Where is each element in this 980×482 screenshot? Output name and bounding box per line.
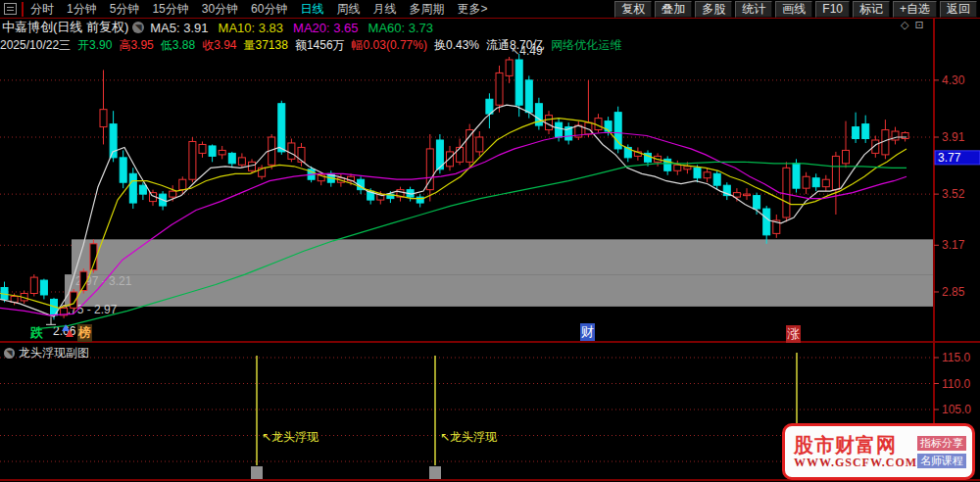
period-tabs: 分时1分钟5分钟15分钟30分钟60分钟日线周线月线多周期更多>: [30, 1, 500, 18]
candle-body: [129, 173, 136, 203]
quote-item: 收3.94: [202, 38, 236, 52]
period-tab-15分钟[interactable]: 15分钟: [152, 2, 188, 16]
toolbar-button-画线[interactable]: 画线: [775, 1, 812, 18]
candle-body: [288, 143, 295, 159]
candle-body: [704, 172, 710, 178]
stock-title: 中嘉博创(日线 前复权): [2, 19, 128, 36]
candle-body: [100, 110, 107, 127]
watermark-title: 股市财富网: [794, 434, 917, 456]
candle-body: [684, 167, 691, 169]
candle-body: [674, 165, 681, 170]
sub-axis-label: 110.0: [942, 377, 970, 391]
candle-body: [238, 158, 245, 165]
candle-body: [744, 194, 751, 195]
ma-label: MA60: 3.73: [368, 21, 434, 35]
candle-body: [199, 144, 206, 153]
period-tab-1分钟[interactable]: 1分钟: [67, 2, 97, 16]
marker-fall[interactable]: 跌: [30, 324, 43, 342]
signal-label: ↖龙头浮现: [262, 429, 318, 446]
toolbar-button-叠加[interactable]: 叠加: [655, 1, 692, 18]
collapse-sub-icon[interactable]: ◥: [4, 348, 15, 359]
candle-body: [278, 104, 285, 152]
candle-body: [853, 127, 859, 139]
collapse-icon[interactable]: ◥: [132, 22, 144, 33]
price-axis-line: [933, 19, 935, 54]
chart-canvas[interactable]: 2.97 - 3.212.75 - 2.972.664.303.913.523.…: [0, 54, 980, 482]
quote-item: 量37138: [244, 38, 288, 52]
quote-item: 高3.95: [119, 38, 153, 52]
current-price-text: 3.77: [938, 151, 961, 165]
quote-item: 网络优化运维: [551, 38, 621, 52]
toolbar-divider: [22, 2, 24, 17]
quote-item: 开3.90: [77, 38, 112, 52]
up-arrow-icon[interactable]: [62, 323, 76, 339]
marker-rank[interactable]: 榜: [77, 324, 92, 342]
ma-label: MA20: 3.65: [293, 21, 359, 35]
watermark-badges: 指标分享 名师课程: [917, 436, 966, 468]
watermark-url: WWW.GSCFW.COM: [794, 456, 917, 470]
candle-body: [713, 173, 720, 185]
chart-mini-icons[interactable]: ◇⊡: [901, 19, 930, 31]
toolbar-button-统计[interactable]: 统计: [735, 1, 772, 18]
toolbar-button-多股[interactable]: 多股: [695, 1, 732, 18]
candle-body: [812, 178, 819, 187]
candle-body: [228, 153, 235, 163]
candle-body: [476, 137, 483, 152]
candle-body: [783, 168, 790, 217]
candle-body: [763, 209, 770, 235]
toolbar-button-复权[interactable]: 复权: [614, 1, 652, 18]
candle-body: [120, 158, 126, 182]
candle-body: [862, 124, 869, 139]
toolbar-button-F10[interactable]: F10: [815, 1, 850, 18]
period-tab-30分钟[interactable]: 30分钟: [202, 2, 238, 16]
period-tab-分时[interactable]: 分时: [30, 2, 54, 16]
candle-body: [803, 176, 809, 188]
badge-indicator-share: 指标分享: [917, 436, 966, 451]
candle-body: [822, 179, 829, 186]
period-tab-日线[interactable]: 日线: [300, 2, 323, 16]
candle-body: [457, 147, 464, 162]
window-icon[interactable]: [4, 3, 17, 15]
period-tab-月线[interactable]: 月线: [372, 2, 396, 16]
candle-body: [110, 124, 117, 158]
badge-teacher-course: 名师课程: [917, 454, 966, 468]
candle-body: [139, 185, 146, 194]
toolbar-button-返回[interactable]: 返回: [940, 1, 977, 18]
candle-body: [40, 280, 47, 295]
price-axis-label: 3.17: [942, 238, 965, 252]
ma-label: MA5: 3.91: [150, 21, 208, 35]
quote-date: 2025/10/22三: [0, 37, 71, 54]
ma-label: MA10: 3.83: [219, 21, 284, 35]
candle-body: [179, 179, 186, 189]
toolbar-button-标记[interactable]: 标记: [853, 1, 890, 18]
chart-separator: [0, 341, 980, 343]
toolbar-buttons: 复权叠加多股统计画线F10标记+自选返回: [614, 1, 980, 18]
price-band: [72, 239, 934, 274]
candle-body: [515, 60, 522, 105]
candle-body: [843, 150, 850, 163]
candle-body: [189, 141, 196, 179]
toolbar-button-+自选[interactable]: +自选: [893, 1, 937, 18]
period-tab-5分钟[interactable]: 5分钟: [110, 2, 140, 16]
price-axis-label: 3.91: [942, 130, 965, 144]
candle-body: [496, 72, 503, 105]
period-tab-60分钟[interactable]: 60分钟: [251, 2, 287, 16]
quote-values: 开3.90高3.95低3.88收3.94量37138额1456万幅0.03(0.…: [77, 37, 628, 54]
candle-body: [733, 193, 740, 197]
period-tab-周线[interactable]: 周线: [336, 2, 360, 16]
candle-body: [614, 113, 621, 149]
candle-body: [30, 277, 37, 293]
watermark-text-block: 股市财富网 WWW.GSCFW.COM: [794, 434, 917, 470]
candle-body: [506, 60, 513, 75]
candle-body: [754, 196, 760, 209]
candle-body: [556, 122, 563, 137]
period-tab-多周期[interactable]: 多周期: [409, 2, 444, 16]
period-tab-更多>[interactable]: 更多>: [457, 2, 487, 16]
sub-chart-header[interactable]: ◥ 龙头浮现副图: [4, 345, 89, 362]
signal-marker: [251, 466, 263, 479]
candle-body: [694, 168, 701, 177]
quote-bar: 2025/10/22三 开3.90高3.95低3.88收3.94量37138额1…: [0, 36, 980, 54]
quote-item: 换0.43%: [434, 38, 479, 52]
marker-cai[interactable]: 财: [580, 323, 595, 341]
marker-zhang[interactable]: 涨: [786, 325, 801, 343]
